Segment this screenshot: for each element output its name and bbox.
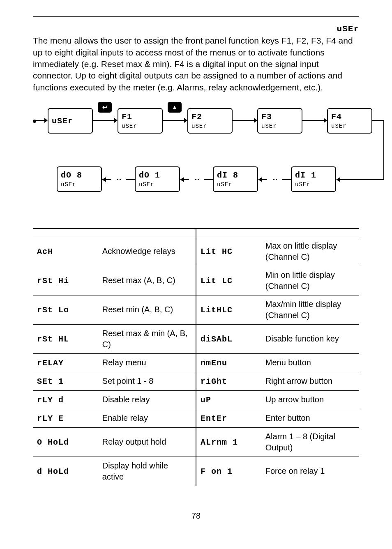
fn-desc: Reset min (A, B, C): [98, 295, 196, 324]
flow-box-big: F2: [191, 111, 228, 122]
fn-desc: Relay output hold: [98, 427, 196, 457]
fn-desc: Min on little display (Channel C): [261, 266, 359, 295]
flow-box-big: F3: [261, 111, 298, 122]
fn-code: ALrnm 1: [201, 438, 238, 447]
fn-desc: Acknowledge relays: [98, 237, 196, 266]
fn-code: F on 1: [201, 467, 233, 476]
flow-box-small: uSEr: [139, 181, 176, 189]
flow-box-big: dO 8: [61, 170, 98, 181]
flow-box-big: dO 1: [139, 170, 176, 181]
fn-code: rSt HL: [37, 334, 69, 344]
flow-box-f2: F2 uSEr: [187, 108, 233, 134]
fn-code: AcH: [37, 247, 53, 256]
page-number: 78: [33, 510, 359, 521]
user-menu-code: uSEr: [337, 24, 359, 34]
fn-desc: Max on little display (Channel C): [261, 237, 359, 266]
top-rule: [33, 16, 359, 17]
table-row: AcH Acknowledge relays Lit HC Max on lit…: [33, 237, 359, 266]
flow-box-big: uSEr: [52, 115, 89, 127]
table-row: rSt Hi Reset max (A, B, C) Lit LC Min on…: [33, 266, 359, 295]
flow-box-big: F1: [122, 111, 159, 122]
fn-code: rELAY: [37, 358, 64, 368]
table-row: rLY E Enable relay EntEr Enter button: [33, 409, 359, 427]
svg-marker-1: [44, 118, 48, 123]
arrow-icon: [163, 117, 187, 124]
table-row: rLY d Disable relay uP Up arrow button: [33, 390, 359, 409]
flow-box-f3: F3 uSEr: [257, 108, 302, 134]
fn-code: nmEnu: [201, 358, 227, 368]
table-row: rSt HL Reset max & min (A, B, C) diSAbL …: [33, 324, 359, 353]
arrow-dashed-icon: [180, 176, 213, 183]
fn-code: LitHLC: [201, 305, 233, 315]
fn-code: rSt Lo: [37, 305, 69, 315]
fn-desc: Display hold while active: [98, 457, 196, 486]
function-table: AcH Acknowledge relays Lit HC Max on lit…: [33, 229, 359, 486]
table-header-blank: [33, 229, 359, 237]
flow-box-small: uSEr: [217, 181, 254, 189]
fn-desc: Set point 1 - 8: [98, 372, 196, 390]
svg-marker-22: [180, 177, 184, 182]
fn-desc: Disable relay: [98, 390, 196, 409]
flow-box-do1: dO 1 uSEr: [135, 166, 180, 192]
fn-desc: Up arrow button: [261, 390, 359, 409]
table-row: SEt 1 Set point 1 - 8 riGht Right arrow …: [33, 372, 359, 390]
return-key-icon: ↩: [98, 102, 112, 113]
svg-marker-18: [258, 177, 262, 182]
menu-flow-diagram: uSEr F1 uSEr F2 uSEr F3 uSEr F4 uSEr ↩ ▲…: [33, 101, 359, 216]
fn-code: Lit HC: [201, 247, 233, 256]
fn-code: diSAbL: [201, 334, 233, 344]
flow-box-small: uSEr: [122, 122, 159, 130]
flow-box-small: uSEr: [61, 181, 98, 189]
table-row: rELAY Relay menu nmEnu Menu button: [33, 353, 359, 372]
fn-desc: Enable relay: [98, 409, 196, 427]
svg-marker-5: [184, 118, 187, 123]
svg-marker-26: [102, 177, 106, 182]
fn-desc: Relay menu: [98, 353, 196, 372]
arrow-icon: [302, 117, 327, 124]
arrow-icon: [336, 176, 373, 183]
flow-box-di1: dI 1 uSEr: [291, 166, 336, 192]
intro-paragraph: The menu allows the user to assign the f…: [33, 35, 359, 93]
fn-code: Lit LC: [201, 276, 233, 286]
flow-box-small: uSEr: [295, 181, 332, 189]
svg-marker-3: [114, 118, 118, 123]
arrow-icon: [233, 117, 257, 124]
fn-code: O HoLd: [37, 438, 69, 447]
arrow-dashed-icon: [258, 176, 291, 183]
svg-marker-14: [336, 177, 340, 182]
fn-code: rSt Hi: [37, 276, 69, 286]
table-row: O HoLd Relay output hold ALrnm 1 Alarm 1…: [33, 427, 359, 457]
arrow-dashed-icon: [102, 176, 135, 183]
flow-box-f4: F4 uSEr: [327, 108, 372, 134]
arrow-icon: [35, 117, 48, 124]
flow-box-small: uSEr: [261, 122, 298, 130]
menu-glyph-top-right: uSEr: [33, 23, 359, 35]
flow-box-di8: dI 8 uSEr: [213, 166, 258, 192]
table-row: rSt Lo Reset min (A, B, C) LitHLC Max/mi…: [33, 295, 359, 324]
intro-text: The menu allows the user to assign the f…: [33, 35, 359, 93]
fn-desc: Reset max (A, B, C): [98, 266, 196, 295]
fn-code: riGht: [201, 377, 227, 386]
fn-code: d HoLd: [37, 467, 69, 476]
arrow-icon: [93, 117, 118, 124]
flow-box-user: uSEr: [48, 108, 93, 134]
flow-box-big: dI 8: [217, 170, 254, 181]
flow-box-big: F4: [331, 111, 368, 122]
up-key-icon: ▲: [168, 102, 182, 113]
fn-code: EntEr: [201, 414, 227, 423]
fn-desc: Alarm 1 – 8 (Digital Output): [261, 427, 359, 457]
fn-desc: Menu button: [261, 353, 359, 372]
flow-box-f1: F1 uSEr: [118, 108, 163, 134]
fn-desc: Disable function key: [261, 324, 359, 353]
connector-line: [372, 117, 386, 183]
flow-box-big: dI 1: [295, 170, 332, 181]
table-row: d HoLd Display hold while active F on 1 …: [33, 457, 359, 486]
fn-code: rLY d: [37, 395, 64, 405]
fn-desc: Reset max & min (A, B, C): [98, 324, 196, 353]
flow-box-small: uSEr: [331, 122, 368, 130]
svg-marker-9: [324, 118, 327, 123]
fn-desc: Right arrow button: [261, 372, 359, 390]
svg-marker-7: [254, 118, 257, 123]
fn-desc: Max/min little display (Channel C): [261, 295, 359, 324]
flow-box-small: uSEr: [191, 122, 228, 130]
